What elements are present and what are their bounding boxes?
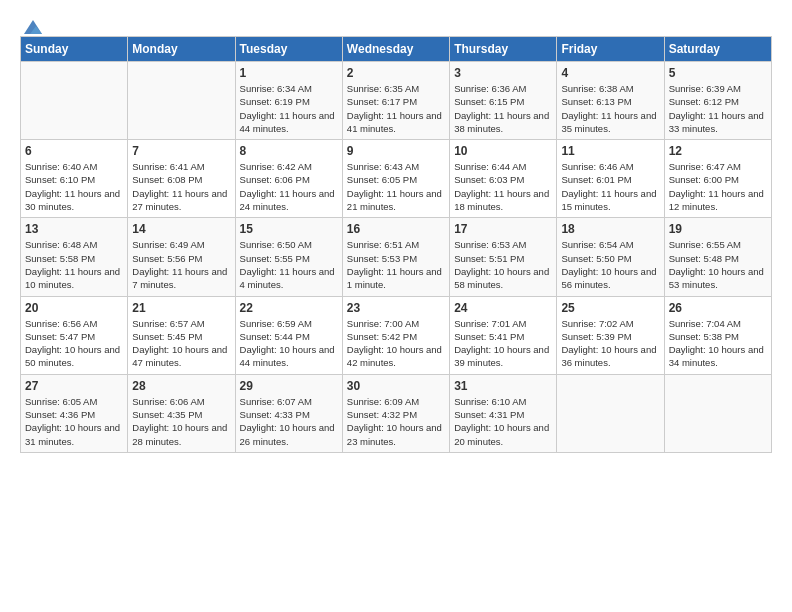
day-cell: 25Sunrise: 7:02 AM Sunset: 5:39 PM Dayli… bbox=[557, 296, 664, 374]
day-cell bbox=[21, 62, 128, 140]
day-number: 13 bbox=[25, 222, 123, 236]
day-number: 25 bbox=[561, 301, 659, 315]
day-number: 18 bbox=[561, 222, 659, 236]
day-cell: 2Sunrise: 6:35 AM Sunset: 6:17 PM Daylig… bbox=[342, 62, 449, 140]
day-cell: 22Sunrise: 6:59 AM Sunset: 5:44 PM Dayli… bbox=[235, 296, 342, 374]
day-cell: 11Sunrise: 6:46 AM Sunset: 6:01 PM Dayli… bbox=[557, 140, 664, 218]
day-number: 14 bbox=[132, 222, 230, 236]
day-cell: 17Sunrise: 6:53 AM Sunset: 5:51 PM Dayli… bbox=[450, 218, 557, 296]
header-row: SundayMondayTuesdayWednesdayThursdayFrid… bbox=[21, 37, 772, 62]
logo-icon bbox=[22, 16, 44, 38]
day-info: Sunrise: 6:44 AM Sunset: 6:03 PM Dayligh… bbox=[454, 160, 552, 213]
day-number: 19 bbox=[669, 222, 767, 236]
day-info: Sunrise: 7:04 AM Sunset: 5:38 PM Dayligh… bbox=[669, 317, 767, 370]
day-number: 17 bbox=[454, 222, 552, 236]
day-info: Sunrise: 6:54 AM Sunset: 5:50 PM Dayligh… bbox=[561, 238, 659, 291]
day-number: 9 bbox=[347, 144, 445, 158]
day-info: Sunrise: 6:40 AM Sunset: 6:10 PM Dayligh… bbox=[25, 160, 123, 213]
day-info: Sunrise: 6:41 AM Sunset: 6:08 PM Dayligh… bbox=[132, 160, 230, 213]
day-number: 2 bbox=[347, 66, 445, 80]
day-info: Sunrise: 6:05 AM Sunset: 4:36 PM Dayligh… bbox=[25, 395, 123, 448]
day-number: 5 bbox=[669, 66, 767, 80]
day-info: Sunrise: 6:57 AM Sunset: 5:45 PM Dayligh… bbox=[132, 317, 230, 370]
day-info: Sunrise: 6:07 AM Sunset: 4:33 PM Dayligh… bbox=[240, 395, 338, 448]
day-cell: 16Sunrise: 6:51 AM Sunset: 5:53 PM Dayli… bbox=[342, 218, 449, 296]
day-number: 1 bbox=[240, 66, 338, 80]
day-number: 22 bbox=[240, 301, 338, 315]
day-cell: 4Sunrise: 6:38 AM Sunset: 6:13 PM Daylig… bbox=[557, 62, 664, 140]
day-info: Sunrise: 6:49 AM Sunset: 5:56 PM Dayligh… bbox=[132, 238, 230, 291]
week-row-5: 27Sunrise: 6:05 AM Sunset: 4:36 PM Dayli… bbox=[21, 374, 772, 452]
day-cell: 1Sunrise: 6:34 AM Sunset: 6:19 PM Daylig… bbox=[235, 62, 342, 140]
page-container: SundayMondayTuesdayWednesdayThursdayFrid… bbox=[0, 0, 792, 463]
day-number: 24 bbox=[454, 301, 552, 315]
day-number: 20 bbox=[25, 301, 123, 315]
day-cell: 14Sunrise: 6:49 AM Sunset: 5:56 PM Dayli… bbox=[128, 218, 235, 296]
day-cell: 15Sunrise: 6:50 AM Sunset: 5:55 PM Dayli… bbox=[235, 218, 342, 296]
day-number: 16 bbox=[347, 222, 445, 236]
day-cell: 20Sunrise: 6:56 AM Sunset: 5:47 PM Dayli… bbox=[21, 296, 128, 374]
day-cell: 19Sunrise: 6:55 AM Sunset: 5:48 PM Dayli… bbox=[664, 218, 771, 296]
day-info: Sunrise: 6:42 AM Sunset: 6:06 PM Dayligh… bbox=[240, 160, 338, 213]
day-cell bbox=[128, 62, 235, 140]
day-cell: 8Sunrise: 6:42 AM Sunset: 6:06 PM Daylig… bbox=[235, 140, 342, 218]
week-row-1: 1Sunrise: 6:34 AM Sunset: 6:19 PM Daylig… bbox=[21, 62, 772, 140]
day-number: 31 bbox=[454, 379, 552, 393]
day-cell: 10Sunrise: 6:44 AM Sunset: 6:03 PM Dayli… bbox=[450, 140, 557, 218]
calendar-table: SundayMondayTuesdayWednesdayThursdayFrid… bbox=[20, 36, 772, 453]
day-cell: 3Sunrise: 6:36 AM Sunset: 6:15 PM Daylig… bbox=[450, 62, 557, 140]
day-cell: 7Sunrise: 6:41 AM Sunset: 6:08 PM Daylig… bbox=[128, 140, 235, 218]
day-cell: 13Sunrise: 6:48 AM Sunset: 5:58 PM Dayli… bbox=[21, 218, 128, 296]
day-info: Sunrise: 6:06 AM Sunset: 4:35 PM Dayligh… bbox=[132, 395, 230, 448]
col-header-tuesday: Tuesday bbox=[235, 37, 342, 62]
day-cell: 21Sunrise: 6:57 AM Sunset: 5:45 PM Dayli… bbox=[128, 296, 235, 374]
day-number: 27 bbox=[25, 379, 123, 393]
day-cell: 23Sunrise: 7:00 AM Sunset: 5:42 PM Dayli… bbox=[342, 296, 449, 374]
day-number: 11 bbox=[561, 144, 659, 158]
col-header-wednesday: Wednesday bbox=[342, 37, 449, 62]
day-number: 28 bbox=[132, 379, 230, 393]
day-number: 26 bbox=[669, 301, 767, 315]
day-cell: 27Sunrise: 6:05 AM Sunset: 4:36 PM Dayli… bbox=[21, 374, 128, 452]
day-cell: 28Sunrise: 6:06 AM Sunset: 4:35 PM Dayli… bbox=[128, 374, 235, 452]
day-cell: 18Sunrise: 6:54 AM Sunset: 5:50 PM Dayli… bbox=[557, 218, 664, 296]
col-header-saturday: Saturday bbox=[664, 37, 771, 62]
day-info: Sunrise: 6:36 AM Sunset: 6:15 PM Dayligh… bbox=[454, 82, 552, 135]
day-cell: 24Sunrise: 7:01 AM Sunset: 5:41 PM Dayli… bbox=[450, 296, 557, 374]
col-header-sunday: Sunday bbox=[21, 37, 128, 62]
day-number: 6 bbox=[25, 144, 123, 158]
day-info: Sunrise: 6:09 AM Sunset: 4:32 PM Dayligh… bbox=[347, 395, 445, 448]
day-info: Sunrise: 6:47 AM Sunset: 6:00 PM Dayligh… bbox=[669, 160, 767, 213]
day-number: 29 bbox=[240, 379, 338, 393]
day-number: 15 bbox=[240, 222, 338, 236]
day-number: 10 bbox=[454, 144, 552, 158]
week-row-2: 6Sunrise: 6:40 AM Sunset: 6:10 PM Daylig… bbox=[21, 140, 772, 218]
day-info: Sunrise: 6:51 AM Sunset: 5:53 PM Dayligh… bbox=[347, 238, 445, 291]
day-cell bbox=[664, 374, 771, 452]
col-header-friday: Friday bbox=[557, 37, 664, 62]
day-info: Sunrise: 6:46 AM Sunset: 6:01 PM Dayligh… bbox=[561, 160, 659, 213]
header bbox=[20, 16, 772, 32]
day-info: Sunrise: 6:48 AM Sunset: 5:58 PM Dayligh… bbox=[25, 238, 123, 291]
day-info: Sunrise: 6:55 AM Sunset: 5:48 PM Dayligh… bbox=[669, 238, 767, 291]
day-info: Sunrise: 6:10 AM Sunset: 4:31 PM Dayligh… bbox=[454, 395, 552, 448]
day-number: 7 bbox=[132, 144, 230, 158]
day-number: 23 bbox=[347, 301, 445, 315]
day-cell: 29Sunrise: 6:07 AM Sunset: 4:33 PM Dayli… bbox=[235, 374, 342, 452]
day-number: 12 bbox=[669, 144, 767, 158]
day-number: 3 bbox=[454, 66, 552, 80]
day-cell: 26Sunrise: 7:04 AM Sunset: 5:38 PM Dayli… bbox=[664, 296, 771, 374]
day-cell: 9Sunrise: 6:43 AM Sunset: 6:05 PM Daylig… bbox=[342, 140, 449, 218]
day-cell: 30Sunrise: 6:09 AM Sunset: 4:32 PM Dayli… bbox=[342, 374, 449, 452]
day-info: Sunrise: 6:43 AM Sunset: 6:05 PM Dayligh… bbox=[347, 160, 445, 213]
day-cell: 12Sunrise: 6:47 AM Sunset: 6:00 PM Dayli… bbox=[664, 140, 771, 218]
day-cell bbox=[557, 374, 664, 452]
day-info: Sunrise: 6:56 AM Sunset: 5:47 PM Dayligh… bbox=[25, 317, 123, 370]
week-row-4: 20Sunrise: 6:56 AM Sunset: 5:47 PM Dayli… bbox=[21, 296, 772, 374]
day-info: Sunrise: 6:39 AM Sunset: 6:12 PM Dayligh… bbox=[669, 82, 767, 135]
logo bbox=[20, 16, 44, 32]
day-info: Sunrise: 7:01 AM Sunset: 5:41 PM Dayligh… bbox=[454, 317, 552, 370]
week-row-3: 13Sunrise: 6:48 AM Sunset: 5:58 PM Dayli… bbox=[21, 218, 772, 296]
day-info: Sunrise: 6:34 AM Sunset: 6:19 PM Dayligh… bbox=[240, 82, 338, 135]
day-info: Sunrise: 6:38 AM Sunset: 6:13 PM Dayligh… bbox=[561, 82, 659, 135]
